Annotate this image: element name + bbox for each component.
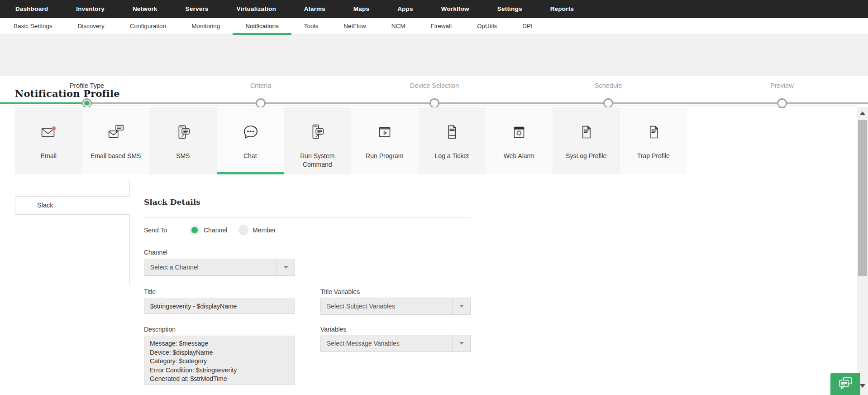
profile-type-card-chat[interactable]: Chat bbox=[217, 107, 284, 174]
syslog-document-icon bbox=[576, 117, 596, 147]
sub-nav-item-netflow[interactable]: NetFlow bbox=[331, 18, 379, 34]
opmanager-notification-profile-screen: Dashboard Inventory Network Servers Virt… bbox=[0, 0, 868, 395]
profile-type-label: SMS bbox=[172, 152, 194, 160]
profile-type-label: Web Alarm bbox=[499, 152, 539, 160]
top-nav-item-servers[interactable]: Servers bbox=[172, 0, 223, 18]
variables-select-value: Select Message Variables bbox=[321, 340, 400, 347]
profile-type-label: SysLog Profile bbox=[561, 152, 611, 160]
top-nav-item-inventory[interactable]: Inventory bbox=[62, 0, 119, 18]
vertical-scrollbar[interactable] bbox=[857, 107, 868, 395]
member-radio-label[interactable]: Member bbox=[253, 226, 276, 234]
sub-nav-item-configuration[interactable]: Configuration bbox=[117, 18, 179, 34]
scroll-up-arrow-icon[interactable] bbox=[857, 109, 868, 118]
top-nav-item-apps[interactable]: Apps bbox=[383, 0, 427, 18]
step-dot-profile-type[interactable] bbox=[82, 98, 92, 108]
title-divider bbox=[15, 105, 857, 106]
step-dot-criteria[interactable] bbox=[256, 98, 266, 108]
profile-type-label: Chat bbox=[239, 152, 262, 160]
channel-select[interactable]: Select a Channel bbox=[144, 259, 295, 276]
stepper-progress bbox=[0, 102, 87, 104]
chat-bubbles-icon bbox=[837, 376, 854, 392]
sub-nav-item-ncm[interactable]: NCM bbox=[379, 18, 418, 34]
sub-nav-item-tools[interactable]: Tools bbox=[291, 18, 331, 34]
email-sms-icon bbox=[105, 117, 126, 147]
profile-type-card-sms[interactable]: SMS bbox=[149, 107, 217, 174]
sub-nav-item-dpi[interactable]: DPI bbox=[510, 18, 545, 34]
top-nav-item-network[interactable]: Network bbox=[119, 0, 172, 18]
step-label-schedule[interactable]: Schedule bbox=[540, 82, 676, 89]
top-nav: Dashboard Inventory Network Servers Virt… bbox=[0, 0, 868, 18]
channel-field-label: Channel bbox=[144, 249, 167, 256]
sub-nav-item-notifications[interactable]: Notifications bbox=[233, 18, 291, 34]
description-field-label: Description bbox=[144, 326, 176, 333]
step-label-criteria[interactable]: Criteria bbox=[193, 82, 329, 89]
title-field-label: Title bbox=[144, 288, 156, 295]
profile-type-label: Email based SMS bbox=[86, 152, 145, 160]
scrollbar-thumb[interactable] bbox=[858, 120, 867, 276]
profile-type-card-syslog-profile[interactable]: SysLog Profile bbox=[553, 107, 620, 174]
top-nav-item-reports[interactable]: Reports bbox=[536, 0, 588, 18]
profile-type-card-run-system-command[interactable]: Run System Command bbox=[284, 107, 351, 174]
sub-nav-item-discovery[interactable]: Discovery bbox=[65, 18, 117, 34]
title-variables-label: Title Variables bbox=[320, 288, 360, 295]
top-nav-item-alarms[interactable]: Alarms bbox=[290, 0, 339, 18]
page-title: Notification Profile bbox=[15, 88, 120, 99]
system-command-icon bbox=[307, 117, 328, 147]
settings-sub-nav: Basic Settings Discovery Configuration M… bbox=[0, 18, 868, 35]
sub-nav-item-firewall[interactable]: Firewall bbox=[418, 18, 464, 34]
profile-type-card-email[interactable]: Email bbox=[15, 107, 82, 174]
profile-type-label: Run Program bbox=[361, 152, 408, 160]
profile-type-label: Log a Ticket bbox=[430, 152, 474, 160]
sidebar-item-slack[interactable]: Slack bbox=[15, 196, 130, 215]
step-dot-device-selection[interactable] bbox=[429, 98, 439, 108]
profile-type-cards: Email Email based SMS SMS bbox=[15, 107, 687, 174]
variables-select[interactable]: Select Message Variables bbox=[320, 335, 471, 352]
title-input[interactable] bbox=[144, 299, 295, 314]
wizard-stepper: Profile Type Criteria Device Selection S… bbox=[0, 35, 868, 76]
title-variables-select[interactable]: Select Subject Variables bbox=[320, 298, 471, 315]
profile-type-card-web-alarm[interactable]: Web Alarm bbox=[486, 107, 553, 174]
sub-nav-item-oputils[interactable]: OpUtils bbox=[464, 18, 510, 34]
top-nav-item-settings[interactable]: Settings bbox=[483, 0, 536, 18]
variables-field-label: Variables bbox=[320, 326, 346, 333]
web-alarm-icon bbox=[509, 117, 529, 147]
profile-type-label: Email bbox=[36, 152, 61, 160]
trap-document-icon bbox=[643, 117, 664, 147]
chevron-down-icon[interactable] bbox=[452, 335, 470, 352]
top-nav-item-maps[interactable]: Maps bbox=[339, 0, 383, 18]
channel-radio[interactable] bbox=[190, 225, 200, 235]
sms-icon bbox=[172, 117, 193, 147]
sub-nav-item-basic-settings[interactable]: Basic Settings bbox=[1, 18, 65, 34]
channel-select-value: Select a Channel bbox=[144, 264, 199, 271]
chevron-down-icon[interactable] bbox=[277, 259, 295, 275]
top-nav-item-workflow[interactable]: Workflow bbox=[427, 0, 483, 18]
slack-details-heading: Slack Details bbox=[144, 198, 200, 207]
chat-bubble-icon bbox=[240, 117, 261, 147]
profile-type-card-log-a-ticket[interactable]: Log a Ticket bbox=[418, 107, 486, 174]
description-textarea[interactable]: Message: $message Device: $displayName C… bbox=[144, 336, 295, 385]
email-icon bbox=[38, 117, 59, 147]
profile-type-card-email-based-sms[interactable]: Email based SMS bbox=[82, 107, 150, 174]
member-radio[interactable] bbox=[238, 225, 248, 235]
profile-type-label: Run System Command bbox=[284, 152, 351, 169]
step-label-preview[interactable]: Preview bbox=[714, 82, 850, 89]
chevron-down-icon[interactable] bbox=[452, 298, 470, 314]
ticket-icon bbox=[441, 117, 462, 147]
channel-radio-label[interactable]: Channel bbox=[204, 226, 227, 234]
top-nav-item-dashboard[interactable]: Dashboard bbox=[1, 0, 62, 18]
support-chat-button[interactable] bbox=[830, 373, 860, 395]
step-dot-preview[interactable] bbox=[777, 98, 787, 108]
run-program-icon bbox=[374, 117, 395, 147]
send-to-label: Send To bbox=[144, 226, 167, 234]
profile-type-card-trap-profile[interactable]: Trap Profile bbox=[620, 107, 687, 174]
step-dot-schedule[interactable] bbox=[603, 98, 613, 108]
top-nav-item-virtualization[interactable]: Virtualization bbox=[223, 0, 290, 18]
profile-type-card-run-program[interactable]: Run Program bbox=[351, 107, 419, 174]
profile-type-label: Trap Profile bbox=[633, 152, 674, 160]
form-divider bbox=[144, 217, 471, 218]
step-label-device-selection[interactable]: Device Selection bbox=[367, 82, 502, 89]
sub-nav-item-monitoring[interactable]: Monitoring bbox=[179, 18, 233, 34]
title-variables-select-value: Select Subject Variables bbox=[321, 303, 395, 310]
